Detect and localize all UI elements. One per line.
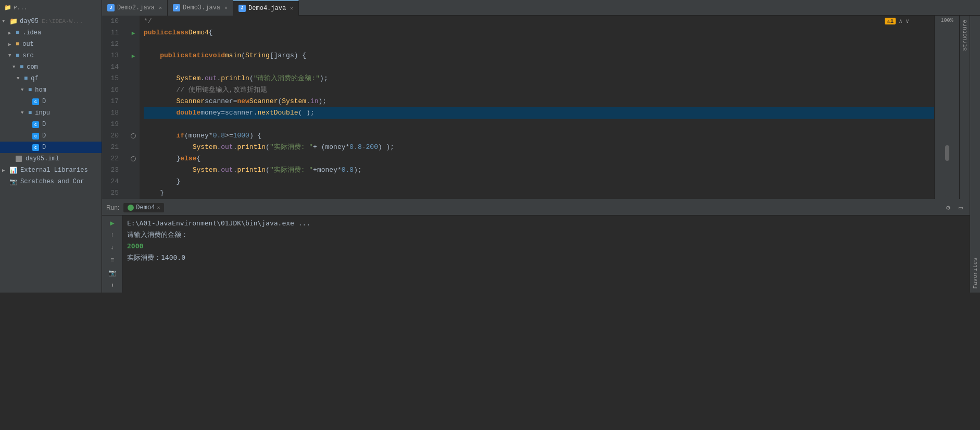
kw-class-11: class bbox=[168, 27, 189, 39]
run-play-btn[interactable]: ▶ bbox=[106, 218, 119, 228]
punct-arr: [] bbox=[270, 50, 278, 61]
sidebar-item-hom[interactable]: ▼ ■ hom bbox=[0, 84, 102, 96]
code-line-15: System.out.println("请输入消费的金额:" ); bbox=[144, 73, 934, 84]
indent-23 bbox=[144, 165, 193, 176]
right-panel: 100% bbox=[934, 16, 959, 199]
favorites-vtab[interactable]: Favorites bbox=[970, 16, 980, 293]
run-down-btn[interactable]: ↓ bbox=[106, 243, 119, 253]
ln-10: 10 bbox=[102, 16, 123, 27]
code-line-16: // 使用键盘输入,改造折扣题 bbox=[144, 84, 934, 96]
scroll-track[interactable] bbox=[945, 26, 949, 197]
run-camera-btn[interactable]: 📷 bbox=[106, 268, 119, 278]
sidebar-item-extlib[interactable]: ▶ 📊 External Libraries bbox=[0, 165, 102, 176]
code-line-20: if (money * 0.8 >= 1000) { bbox=[144, 130, 934, 142]
app-root: 📁 P... J Demo2.java ✕ J Demo3.java ✕ J D… bbox=[0, 0, 980, 293]
sidebar-idea-label: .idea bbox=[22, 29, 41, 36]
scrollbar-area[interactable]: 100% bbox=[935, 16, 959, 199]
sidebar-day05-path: E:\IDEA-W... bbox=[42, 18, 83, 24]
num-1000-20: 1000 bbox=[233, 130, 249, 142]
tab-demo3-close[interactable]: ✕ bbox=[224, 5, 228, 11]
folder-src-icon: ■ bbox=[16, 52, 19, 59]
maximize-btn[interactable]: ▭ bbox=[956, 203, 965, 212]
arrow-day05: ▼ bbox=[2, 19, 7, 24]
sidebar-item-com[interactable]: ▼ ■ com bbox=[0, 61, 102, 73]
sidebar-item-d3[interactable]: C D bbox=[0, 130, 102, 142]
tab-demo2-close[interactable]: ✕ bbox=[159, 5, 162, 11]
sidebar-item-iml[interactable]: day05.iml bbox=[0, 153, 102, 165]
iml-icon bbox=[16, 156, 22, 162]
code-container[interactable]: 10 11 12 13 14 15 16 17 18 19 20 21 bbox=[102, 16, 934, 199]
ln-19: 19 bbox=[102, 119, 123, 130]
run-content: ▶ ↑ ↓ ≡ 📷 ⬇ E:\A01-JavaEnvironment\01JDK… bbox=[102, 216, 970, 293]
punct-main-r: ) { bbox=[294, 50, 306, 61]
sidebar-item-inpu[interactable]: ▼ ■ inpu bbox=[0, 107, 102, 119]
fn-println-21: println bbox=[237, 142, 266, 153]
kw-new-17: new bbox=[237, 96, 249, 107]
ln-20: 20 bbox=[102, 130, 123, 142]
field-out-21: out bbox=[221, 142, 233, 153]
indent-22 bbox=[144, 153, 176, 165]
run-wrap-btn[interactable]: ≡ bbox=[106, 255, 119, 265]
run-tab-close[interactable]: ✕ bbox=[157, 205, 160, 211]
tab-demo4[interactable]: J Demo4.java ✕ bbox=[233, 0, 299, 16]
tab-demo3[interactable]: J Demo3.java ✕ bbox=[168, 0, 233, 16]
sidebar-item-src[interactable]: ▼ ■ src bbox=[0, 50, 102, 61]
gi-16 bbox=[127, 84, 140, 96]
sidebar-src-label: src bbox=[22, 52, 34, 59]
num-200-21: 200 bbox=[366, 142, 378, 153]
tab-demo2[interactable]: J Demo2.java ✕ bbox=[102, 0, 168, 16]
java-icon-demo3: J bbox=[173, 4, 180, 11]
code-line-22: } else { bbox=[144, 153, 934, 165]
structure-vtab[interactable]: Structure bbox=[959, 16, 970, 199]
sidebar-item-d1[interactable]: C D bbox=[0, 96, 102, 107]
ln-16: 16 bbox=[102, 84, 123, 96]
gi-20 bbox=[127, 130, 140, 142]
settings-btn[interactable]: ⚙ bbox=[944, 203, 953, 212]
bp-22 bbox=[131, 156, 136, 161]
sidebar-item-out[interactable]: ▶ ■ out bbox=[0, 39, 102, 50]
project-icon: 📁 bbox=[4, 4, 11, 11]
sidebar-item-scratches[interactable]: 📷 Scratches and Cor bbox=[0, 176, 102, 187]
fn-nextdouble: nextDouble bbox=[257, 107, 298, 119]
run-arrow-11[interactable]: ▶ bbox=[132, 30, 135, 36]
run-arrow-13[interactable]: ▶ bbox=[132, 53, 135, 59]
favorites-label[interactable]: Favorites bbox=[971, 254, 979, 293]
sidebar-item-qf[interactable]: ▼ ■ qf bbox=[0, 73, 102, 84]
scratch-icon: 📷 bbox=[9, 178, 17, 186]
code-lines[interactable]: */ public class Demo4 { pub bbox=[140, 16, 934, 199]
gi-24 bbox=[127, 176, 140, 187]
code-line-25: } bbox=[144, 187, 934, 199]
ln-24: 24 bbox=[102, 176, 123, 187]
class-d3-icon: C bbox=[32, 133, 39, 140]
sidebar-item-idea[interactable]: ▶ ■ .idea bbox=[0, 27, 102, 39]
top-indicators: ⚠1 ∧ ∨ bbox=[885, 18, 909, 24]
sidebar-out-label: out bbox=[22, 41, 34, 48]
gi-13[interactable]: ▶ bbox=[127, 50, 140, 61]
indent-25 bbox=[144, 187, 160, 199]
tab-demo4-close[interactable]: ✕ bbox=[290, 5, 293, 11]
sidebar-item-d4[interactable]: C D bbox=[0, 142, 102, 153]
gi-11[interactable]: ▶ bbox=[127, 27, 140, 39]
field-out-23: out bbox=[221, 165, 233, 176]
gutter: ▶ ▶ bbox=[127, 16, 140, 199]
output-line-3: 2000 bbox=[127, 241, 965, 252]
structure-label[interactable]: Structure bbox=[961, 16, 969, 55]
nav-arrows[interactable]: ∧ ∨ bbox=[899, 18, 909, 24]
sidebar-d3-label: D bbox=[42, 132, 46, 140]
run-up-btn[interactable]: ↑ bbox=[106, 230, 119, 241]
sidebar-day05-label: day05 bbox=[20, 18, 39, 25]
run-download-btn[interactable]: ⬇ bbox=[106, 280, 119, 290]
code-line-17: Scanner scanner = new Scanner(System.in)… bbox=[144, 96, 934, 107]
arrow-extlib: ▶ bbox=[2, 168, 7, 173]
folder-out-icon: ■ bbox=[16, 41, 19, 48]
run-tab-demo4[interactable]: Demo4 ✕ bbox=[123, 203, 164, 212]
punct-11: { bbox=[209, 27, 213, 39]
sidebar-item-day05[interactable]: ▼ 📁 day05 E:\IDEA-W... bbox=[0, 16, 102, 27]
gi-15 bbox=[127, 73, 140, 84]
gi-19 bbox=[127, 119, 140, 130]
editor-area: 10 11 12 13 14 15 16 17 18 19 20 21 bbox=[102, 16, 934, 199]
sidebar-item-d2[interactable]: C D bbox=[0, 119, 102, 130]
run-panel-tools: ⚙ ▭ bbox=[944, 203, 965, 212]
run-sidebar-tools: ▶ ↑ ↓ ≡ 📷 ⬇ bbox=[102, 216, 123, 293]
folder-day05-icon: 📁 bbox=[9, 17, 18, 26]
